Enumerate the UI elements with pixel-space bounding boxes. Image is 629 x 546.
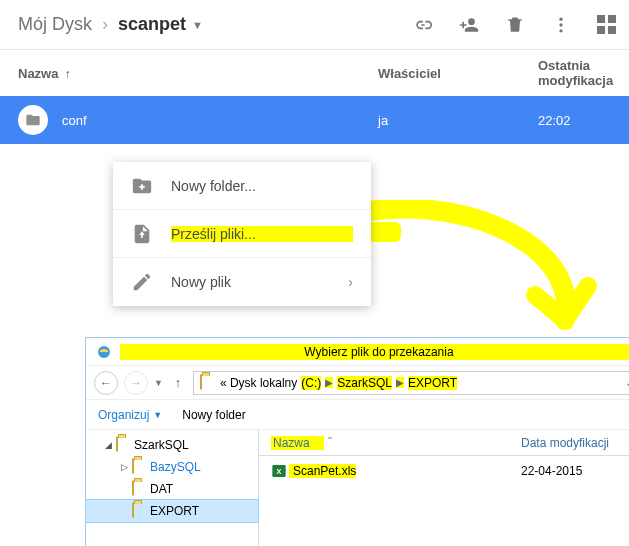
dialog-toolbar: Organizuj ▼ Nowy folder bbox=[86, 400, 629, 430]
sort-asc-icon: ↑ bbox=[64, 66, 71, 81]
menu-new-file-label: Nowy plik bbox=[171, 274, 330, 290]
dialog-navbar: ← → ▼ ↑ « Dysk lokalny (C:) ▶ SzarkSQL ▶… bbox=[86, 366, 629, 400]
drive-toolbar: Mój Dysk › scanpet ▼ bbox=[0, 0, 629, 50]
file-upload-icon bbox=[131, 223, 153, 245]
tree-label: EXPORT bbox=[150, 504, 199, 518]
file-picker-dialog: Wybierz plik do przekazania ← → ▼ ↑ « Dy… bbox=[85, 337, 629, 546]
new-folder-icon bbox=[131, 175, 153, 197]
chevron-right-icon: › bbox=[348, 274, 353, 290]
file-list-headers: Nazwa ˆ Data modyfikacji bbox=[259, 430, 629, 456]
tree-item-dat[interactable]: ▷ DAT bbox=[86, 478, 258, 500]
folder-icon bbox=[132, 481, 148, 497]
svg-point-0 bbox=[559, 17, 562, 20]
row-name: conf bbox=[62, 113, 87, 128]
row-modified: 22:02 bbox=[538, 113, 611, 128]
folder-icon bbox=[200, 375, 216, 391]
drive-context-menu: Nowy folder... Prześlij pliki... Nowy pl… bbox=[113, 162, 371, 306]
folder-icon bbox=[132, 459, 148, 475]
add-user-icon[interactable] bbox=[459, 15, 479, 35]
svg-text:X: X bbox=[277, 467, 282, 476]
more-icon[interactable] bbox=[551, 15, 571, 35]
file-row[interactable]: X ScanPet.xls 22-04-2015 bbox=[271, 460, 629, 482]
dialog-body: ◢ SzarkSQL ▷ BazySQL ▷ DAT ▷ EXPORT bbox=[86, 430, 629, 546]
col-name-label: Nazwa bbox=[271, 436, 324, 450]
dialog-titlebar: Wybierz plik do przekazania bbox=[86, 338, 629, 366]
folder-icon bbox=[132, 503, 148, 519]
addr-seg-export[interactable]: EXPORT bbox=[408, 376, 457, 390]
back-button[interactable]: ← bbox=[94, 371, 118, 395]
col-owner[interactable]: Właściciel bbox=[378, 66, 538, 81]
new-folder-button[interactable]: Nowy folder bbox=[182, 408, 245, 422]
breadcrumb-root[interactable]: Mój Dysk bbox=[18, 14, 92, 35]
breadcrumb: Mój Dysk › scanpet ▼ bbox=[18, 14, 203, 35]
file-name: ScanPet.xls bbox=[289, 464, 356, 478]
ie-icon bbox=[96, 344, 112, 360]
expand-icon[interactable]: ◢ bbox=[102, 440, 114, 450]
row-name-cell: conf bbox=[18, 105, 378, 135]
addr-prefix: « Dysk lokalny bbox=[220, 376, 297, 390]
pencil-icon bbox=[131, 271, 153, 293]
history-dropdown-icon[interactable]: ▼ bbox=[154, 378, 163, 388]
folder-tree: ◢ SzarkSQL ▷ BazySQL ▷ DAT ▷ EXPORT bbox=[86, 430, 259, 546]
drive-row-selected[interactable]: conf ja 22:02 bbox=[0, 96, 629, 144]
folder-icon bbox=[116, 437, 132, 453]
chevron-right-icon: ▶ bbox=[325, 377, 333, 388]
trash-icon[interactable] bbox=[505, 15, 525, 35]
breadcrumb-current-label: scanpet bbox=[118, 14, 186, 35]
addr-seg-szarksql[interactable]: SzarkSQL bbox=[337, 376, 392, 390]
tree-item-export[interactable]: ▷ EXPORT bbox=[86, 500, 258, 522]
menu-upload-files-label: Prześlij pliki... bbox=[171, 226, 353, 242]
organize-label: Organizuj bbox=[98, 408, 149, 422]
expand-icon[interactable]: ▷ bbox=[118, 462, 130, 472]
svg-point-1 bbox=[559, 23, 562, 26]
file-list: Nazwa ˆ Data modyfikacji X ScanPet.xls 2… bbox=[259, 430, 629, 546]
col-name[interactable]: Nazwa ˆ bbox=[271, 435, 521, 450]
tree-item-szarksql[interactable]: ◢ SzarkSQL bbox=[86, 434, 258, 456]
chevron-right-icon: ▶ bbox=[396, 377, 404, 388]
menu-new-file[interactable]: Nowy plik › bbox=[113, 258, 371, 306]
tree-item-bazysql[interactable]: ▷ BazySQL bbox=[86, 456, 258, 478]
tree-label: SzarkSQL bbox=[134, 438, 189, 452]
organize-button[interactable]: Organizuj ▼ bbox=[98, 408, 162, 422]
addr-drive[interactable]: (C:) bbox=[301, 376, 321, 390]
up-button[interactable]: ↑ bbox=[169, 375, 187, 390]
file-date: 22-04-2015 bbox=[521, 464, 629, 478]
excel-icon: X bbox=[271, 463, 287, 479]
chevron-right-icon: › bbox=[102, 14, 108, 35]
folder-icon bbox=[18, 105, 48, 135]
breadcrumb-current[interactable]: scanpet ▼ bbox=[118, 14, 203, 35]
col-name-label: Nazwa bbox=[18, 66, 58, 81]
dialog-title: Wybierz plik do przekazania bbox=[120, 344, 629, 360]
col-name[interactable]: Nazwa ↑ bbox=[18, 66, 378, 81]
svg-point-2 bbox=[559, 29, 562, 32]
tree-label: DAT bbox=[150, 482, 173, 496]
col-modified[interactable]: Ostatnia modyfikacja bbox=[538, 58, 613, 88]
menu-new-folder[interactable]: Nowy folder... bbox=[113, 162, 371, 210]
menu-upload-files[interactable]: Prześlij pliki... bbox=[113, 210, 371, 258]
grid-view-icon[interactable] bbox=[597, 15, 617, 35]
menu-new-folder-label: Nowy folder... bbox=[171, 178, 353, 194]
tree-label: BazySQL bbox=[150, 460, 201, 474]
addr-dropdown-icon[interactable]: ⌄ bbox=[625, 377, 629, 388]
forward-button[interactable]: → bbox=[124, 371, 148, 395]
address-bar[interactable]: « Dysk lokalny (C:) ▶ SzarkSQL ▶ EXPORT … bbox=[193, 371, 629, 395]
link-icon[interactable] bbox=[413, 15, 433, 35]
col-date[interactable]: Data modyfikacji bbox=[521, 436, 629, 450]
drive-column-headers: Nazwa ↑ Właściciel Ostatnia modyfikacja bbox=[0, 50, 629, 96]
row-owner: ja bbox=[378, 113, 538, 128]
chevron-down-icon: ▼ bbox=[153, 410, 162, 420]
drive-actions bbox=[413, 15, 621, 35]
sort-indicator-icon: ˆ bbox=[328, 435, 332, 450]
chevron-down-icon: ▼ bbox=[192, 19, 203, 31]
